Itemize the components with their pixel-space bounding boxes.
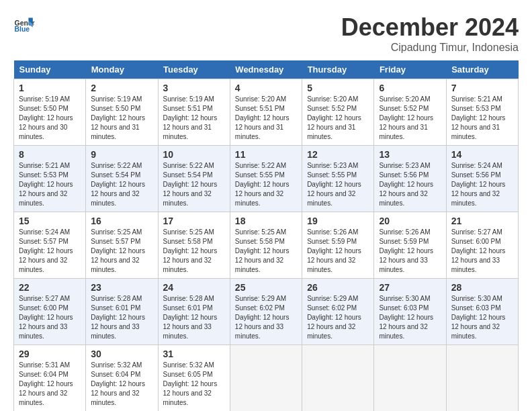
day-number: 18 xyxy=(235,216,297,226)
calendar-cell: 22 Sunrise: 5:27 AM Sunset: 6:00 PM Dayl… xyxy=(14,279,86,345)
day-number: 29 xyxy=(19,349,81,359)
day-number: 2 xyxy=(91,83,152,93)
day-number: 10 xyxy=(163,149,225,160)
day-info: Sunrise: 5:19 AM Sunset: 5:51 PM Dayligh… xyxy=(163,95,218,140)
calendar-cell: 24 Sunrise: 5:28 AM Sunset: 6:01 PM Dayl… xyxy=(158,279,230,345)
day-info: Sunrise: 5:22 AM Sunset: 5:54 PM Dayligh… xyxy=(91,162,145,207)
day-number: 26 xyxy=(307,282,369,293)
calendar-cell: 26 Sunrise: 5:29 AM Sunset: 6:02 PM Dayl… xyxy=(302,279,374,345)
calendar-cell xyxy=(302,345,374,412)
day-number: 6 xyxy=(379,83,441,93)
day-number: 21 xyxy=(451,216,513,226)
day-info: Sunrise: 5:21 AM Sunset: 5:53 PM Dayligh… xyxy=(19,162,73,207)
weekday-header-wednesday: Wednesday xyxy=(230,60,302,79)
weekday-header-thursday: Thursday xyxy=(302,60,374,79)
day-number: 23 xyxy=(91,282,152,293)
calendar-week-2: 8 Sunrise: 5:21 AM Sunset: 5:53 PM Dayli… xyxy=(14,146,519,212)
day-info: Sunrise: 5:25 AM Sunset: 5:58 PM Dayligh… xyxy=(163,228,218,273)
calendar-cell: 30 Sunrise: 5:32 AM Sunset: 6:04 PM Dayl… xyxy=(86,345,158,412)
day-info: Sunrise: 5:30 AM Sunset: 6:03 PM Dayligh… xyxy=(451,295,506,340)
calendar-cell: 18 Sunrise: 5:25 AM Sunset: 5:58 PM Dayl… xyxy=(230,212,302,279)
weekday-header-tuesday: Tuesday xyxy=(158,60,230,79)
day-number: 27 xyxy=(379,282,441,293)
calendar-cell: 9 Sunrise: 5:22 AM Sunset: 5:54 PM Dayli… xyxy=(86,146,158,212)
calendar-cell xyxy=(230,345,302,412)
day-number: 3 xyxy=(163,83,225,93)
day-info: Sunrise: 5:20 AM Sunset: 5:52 PM Dayligh… xyxy=(307,95,361,140)
logo-icon: General Blue xyxy=(13,13,35,35)
day-number: 12 xyxy=(307,149,369,160)
calendar-cell: 14 Sunrise: 5:24 AM Sunset: 5:56 PM Dayl… xyxy=(446,146,518,212)
day-info: Sunrise: 5:22 AM Sunset: 5:54 PM Dayligh… xyxy=(163,162,218,207)
day-number: 20 xyxy=(379,216,441,226)
svg-text:Blue: Blue xyxy=(15,26,30,33)
calendar-cell: 25 Sunrise: 5:29 AM Sunset: 6:02 PM Dayl… xyxy=(230,279,302,345)
day-number: 19 xyxy=(307,216,369,226)
logo: General Blue xyxy=(13,13,35,35)
calendar-cell: 29 Sunrise: 5:31 AM Sunset: 6:04 PM Dayl… xyxy=(14,345,86,412)
calendar-cell: 5 Sunrise: 5:20 AM Sunset: 5:52 PM Dayli… xyxy=(302,79,374,146)
day-number: 31 xyxy=(163,349,225,359)
calendar-week-5: 29 Sunrise: 5:31 AM Sunset: 6:04 PM Dayl… xyxy=(14,345,519,412)
day-info: Sunrise: 5:31 AM Sunset: 6:04 PM Dayligh… xyxy=(19,361,73,406)
calendar-cell: 27 Sunrise: 5:30 AM Sunset: 6:03 PM Dayl… xyxy=(374,279,446,345)
day-info: Sunrise: 5:26 AM Sunset: 5:59 PM Dayligh… xyxy=(307,228,361,273)
day-info: Sunrise: 5:21 AM Sunset: 5:53 PM Dayligh… xyxy=(451,95,506,140)
calendar-cell: 15 Sunrise: 5:24 AM Sunset: 5:57 PM Dayl… xyxy=(14,212,86,279)
day-info: Sunrise: 5:29 AM Sunset: 6:02 PM Dayligh… xyxy=(307,295,361,340)
day-info: Sunrise: 5:28 AM Sunset: 6:01 PM Dayligh… xyxy=(91,295,145,340)
day-number: 22 xyxy=(19,282,81,293)
day-info: Sunrise: 5:26 AM Sunset: 5:59 PM Dayligh… xyxy=(379,228,433,273)
day-number: 17 xyxy=(163,216,225,226)
day-number: 7 xyxy=(451,83,513,93)
day-info: Sunrise: 5:19 AM Sunset: 5:50 PM Dayligh… xyxy=(19,95,73,140)
weekday-header-saturday: Saturday xyxy=(446,60,518,79)
day-number: 5 xyxy=(307,83,369,93)
calendar-week-3: 15 Sunrise: 5:24 AM Sunset: 5:57 PM Dayl… xyxy=(14,212,519,279)
day-info: Sunrise: 5:25 AM Sunset: 5:58 PM Dayligh… xyxy=(235,228,290,273)
day-info: Sunrise: 5:29 AM Sunset: 6:02 PM Dayligh… xyxy=(235,295,290,340)
day-number: 13 xyxy=(379,149,441,160)
calendar-cell xyxy=(446,345,518,412)
day-number: 11 xyxy=(235,149,297,160)
day-info: Sunrise: 5:23 AM Sunset: 5:55 PM Dayligh… xyxy=(307,162,361,207)
day-info: Sunrise: 5:22 AM Sunset: 5:55 PM Dayligh… xyxy=(235,162,290,207)
day-info: Sunrise: 5:32 AM Sunset: 6:04 PM Dayligh… xyxy=(91,361,145,406)
calendar-cell: 2 Sunrise: 5:19 AM Sunset: 5:50 PM Dayli… xyxy=(86,79,158,146)
day-number: 8 xyxy=(19,149,81,160)
calendar-cell: 20 Sunrise: 5:26 AM Sunset: 5:59 PM Dayl… xyxy=(374,212,446,279)
calendar-cell: 16 Sunrise: 5:25 AM Sunset: 5:57 PM Dayl… xyxy=(86,212,158,279)
weekday-header-monday: Monday xyxy=(86,60,158,79)
day-number: 15 xyxy=(19,216,81,226)
day-number: 28 xyxy=(451,282,513,293)
calendar-cell: 17 Sunrise: 5:25 AM Sunset: 5:58 PM Dayl… xyxy=(158,212,230,279)
day-info: Sunrise: 5:24 AM Sunset: 5:57 PM Dayligh… xyxy=(19,228,73,273)
day-info: Sunrise: 5:20 AM Sunset: 5:51 PM Dayligh… xyxy=(235,95,290,140)
calendar-cell: 19 Sunrise: 5:26 AM Sunset: 5:59 PM Dayl… xyxy=(302,212,374,279)
weekday-header-sunday: Sunday xyxy=(14,60,86,79)
day-number: 16 xyxy=(91,216,152,226)
day-info: Sunrise: 5:27 AM Sunset: 6:00 PM Dayligh… xyxy=(19,295,73,340)
calendar-header: SundayMondayTuesdayWednesdayThursdayFrid… xyxy=(14,60,519,79)
calendar-cell: 4 Sunrise: 5:20 AM Sunset: 5:51 PM Dayli… xyxy=(230,79,302,146)
day-number: 25 xyxy=(235,282,297,293)
calendar-cell: 31 Sunrise: 5:32 AM Sunset: 6:05 PM Dayl… xyxy=(158,345,230,412)
day-number: 1 xyxy=(19,83,81,93)
day-number: 14 xyxy=(451,149,513,160)
day-info: Sunrise: 5:28 AM Sunset: 6:01 PM Dayligh… xyxy=(163,295,218,340)
calendar-cell xyxy=(374,345,446,412)
day-info: Sunrise: 5:23 AM Sunset: 5:56 PM Dayligh… xyxy=(379,162,433,207)
day-number: 24 xyxy=(163,282,225,293)
day-info: Sunrise: 5:20 AM Sunset: 5:52 PM Dayligh… xyxy=(379,95,433,140)
calendar-table: SundayMondayTuesdayWednesdayThursdayFrid… xyxy=(13,60,519,411)
calendar-week-4: 22 Sunrise: 5:27 AM Sunset: 6:00 PM Dayl… xyxy=(14,279,519,345)
day-info: Sunrise: 5:30 AM Sunset: 6:03 PM Dayligh… xyxy=(379,295,433,340)
page-header: General Blue December 2024 Cipadung Timu… xyxy=(13,13,519,54)
weekday-header-friday: Friday xyxy=(374,60,446,79)
calendar-cell: 8 Sunrise: 5:21 AM Sunset: 5:53 PM Dayli… xyxy=(14,146,86,212)
calendar-cell: 11 Sunrise: 5:22 AM Sunset: 5:55 PM Dayl… xyxy=(230,146,302,212)
calendar-week-1: 1 Sunrise: 5:19 AM Sunset: 5:50 PM Dayli… xyxy=(14,79,519,146)
calendar-cell: 7 Sunrise: 5:21 AM Sunset: 5:53 PM Dayli… xyxy=(446,79,518,146)
calendar-cell: 23 Sunrise: 5:28 AM Sunset: 6:01 PM Dayl… xyxy=(86,279,158,345)
calendar-cell: 10 Sunrise: 5:22 AM Sunset: 5:54 PM Dayl… xyxy=(158,146,230,212)
